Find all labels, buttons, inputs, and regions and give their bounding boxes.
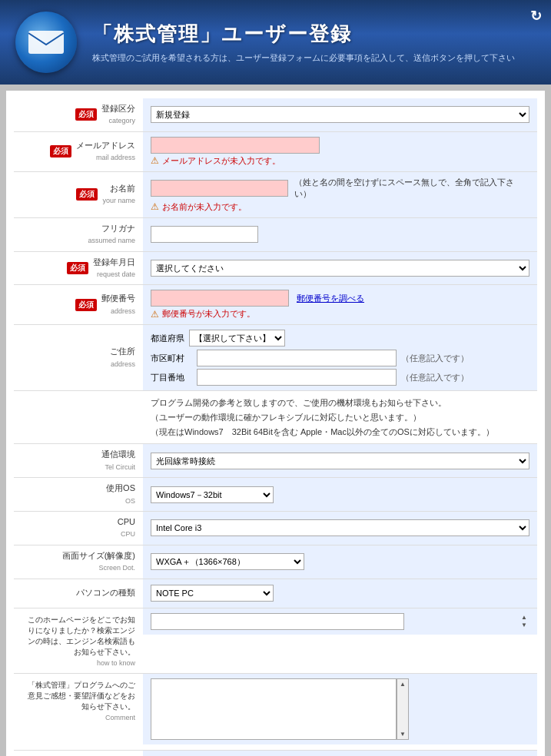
label-regdate: 必須 登録年月日request date: [14, 252, 143, 285]
warning-icon-name: ⚠: [151, 201, 159, 212]
select-regdate[interactable]: 選択してください: [151, 260, 529, 277]
row-regdate: 必須 登録年月日request date 選択してください: [14, 252, 537, 286]
page-subtitle: 株式管理のご試用を希望される方は、ユーザー登録フォームに必要事項を記入して、送信…: [92, 52, 515, 64]
page-title: 「株式管理」ユーザー登録: [92, 21, 515, 48]
pref-label: 都道府県: [151, 333, 184, 344]
label-confirm: 必須 送信確認sending confirm: [14, 751, 143, 756]
label-jp-comment: 「株式管理」プログラムへのご意見ご感想・要望評価などをお知らせ下さい。Comme…: [22, 680, 135, 723]
row-comment: 「株式管理」プログラムへのご意見ご感想・要望評価などをお知らせ下さい。Comme…: [14, 674, 537, 751]
select-pc-type[interactable]: NOTE PC デスクトップ: [151, 585, 274, 602]
label-jp-pc-type: パソコンの種類: [76, 587, 135, 598]
select-os[interactable]: Windows7－32bit Windows10 Windows11: [151, 486, 274, 503]
content-regdate: 選択してください: [143, 252, 537, 285]
row-how-found: このホームページをどこでお知りになりましたか？検索エンジンの時は、エンジン名検索…: [14, 608, 537, 674]
chome-input[interactable]: [197, 369, 397, 386]
content-postal: 郵便番号を調べる ⚠ 郵便番号が未入力です。: [143, 285, 537, 324]
name-error: ⚠ お名前が未入力です。: [151, 201, 529, 213]
content-confirm: 上記送信内容を確認したらチェックを入れてください ⚠ 送信確認がチェックされてい…: [143, 751, 537, 756]
label-cpu: CPUCPU: [14, 512, 143, 545]
label-jp-how-found: このホームページをどこでお知りになりましたか？検索エンジンの時は、エンジン名検索…: [22, 615, 135, 668]
select-category[interactable]: 新規登録 更新: [151, 106, 529, 123]
scrollbar: ▲ ▼: [397, 678, 409, 740]
chome-optional: （任意記入です）: [401, 372, 469, 383]
row-email: 必須 メールアドレスmail address ⚠ メールアドレスが未入力です。: [14, 132, 537, 172]
chome-label: 丁目番地: [151, 372, 197, 383]
scroll-down[interactable]: ▼: [397, 729, 408, 739]
label-jp-os: 使用OSOS: [106, 482, 135, 506]
refresh-button[interactable]: ↻: [530, 8, 542, 25]
content-how-found: ▲ ▼: [143, 608, 537, 635]
name-error-text: お名前が未入力です。: [162, 201, 247, 213]
label-jp-name: お名前your name: [102, 183, 135, 207]
label-pc-type: パソコンの種類: [14, 579, 143, 608]
label-jp-address: ご住所address: [110, 346, 135, 370]
required-badge-regdate: 必須: [67, 262, 88, 274]
select-connection[interactable]: 光回線常時接続 ADSL その他: [151, 453, 529, 469]
row-postal: 必須 郵便番号address 郵便番号を調べる ⚠ 郵便番号が未入力です。: [14, 285, 537, 325]
app-logo: [15, 12, 77, 73]
select-cpu[interactable]: Intel Core i3 Intel Core i5 Intel Core i…: [151, 519, 529, 536]
page-wrapper: 「株式管理」ユーザー登録 株式管理のご試用を希望される方は、ユーザー登録フォーム…: [0, 0, 551, 756]
label-postal: 必須 郵便番号address: [14, 285, 143, 324]
postal-input[interactable]: [151, 290, 289, 307]
furigana-input[interactable]: [151, 226, 258, 243]
label-jp-screen: 画面サイズ(解像度)Screen Dot.: [62, 550, 135, 574]
email-error-text: メールアドレスが未入力です。: [162, 155, 280, 167]
name-note: （姓と名の間を空けずにスペース無しで、全角で記入下さい）: [294, 177, 529, 200]
row-cpu: CPUCPU Intel Core i3 Intel Core i5 Intel…: [14, 512, 537, 545]
row-confirm: 必須 送信確認sending confirm 上記送信内容を確認したらチェックを…: [14, 751, 537, 756]
row-screen: 画面サイズ(解像度)Screen Dot. WXGA＋（1366×768） FH…: [14, 545, 537, 579]
email-error: ⚠ メールアドレスが未入力です。: [151, 155, 529, 167]
label-jp-furigana: フリガナassumed name: [88, 223, 135, 247]
city-optional: （任意記入です）: [401, 353, 469, 364]
content-address: 都道府県 【選択して下さい】 市区町村 （任意記入です） 丁目番地 （任意記入で…: [143, 325, 537, 390]
svg-rect-0: [28, 31, 64, 54]
content-comment: ▲ ▼: [143, 674, 537, 744]
mail-icon: [27, 28, 65, 57]
label-jp-cpu: CPUCPU: [118, 516, 135, 540]
label-how-found: このホームページをどこでお知りになりましたか？検索エンジンの時は、エンジン名検索…: [14, 608, 143, 673]
comment-textarea[interactable]: [151, 678, 397, 740]
row-address: ご住所address 都道府県 【選択して下さい】 市区町村 （任意記入です） …: [14, 325, 537, 391]
content-os: Windows7－32bit Windows10 Windows11: [143, 478, 537, 511]
how-found-input[interactable]: [151, 613, 404, 630]
textarea-wrapper: ▲ ▼: [151, 678, 529, 740]
header-text: 「株式管理」ユーザー登録 株式管理のご試用を希望される方は、ユーザー登録フォーム…: [92, 21, 515, 64]
row-furigana: フリガナassumed name: [14, 218, 537, 252]
city-label: 市区町村: [151, 353, 197, 364]
content-connection: 光回線常時接続 ADSL その他: [143, 444, 537, 477]
content-furigana: [143, 218, 537, 251]
select-screen[interactable]: WXGA＋（1366×768） FHD（1920×1080）: [151, 553, 304, 570]
header: 「株式管理」ユーザー登録 株式管理のご試用を希望される方は、ユーザー登録フォーム…: [0, 0, 551, 85]
content-cpu: Intel Core i3 Intel Core i5 Intel Core i…: [143, 512, 537, 545]
required-badge-category: 必須: [75, 108, 97, 121]
label-email: 必須 メールアドレスmail address: [14, 132, 143, 171]
label-jp-connection: 通信環境Tel Circuit: [101, 449, 135, 472]
row-name: 必須 お名前your name （姓と名の間を空けずにスペース無しで、全角で記入…: [14, 172, 537, 218]
postal-error-text: 郵便番号が未入力です。: [162, 308, 255, 320]
row-category: 必須 登録区分category 新規登録 更新: [14, 98, 537, 132]
row-connection: 通信環境Tel Circuit 光回線常時接続 ADSL その他: [14, 444, 537, 478]
label-env-info: [14, 391, 143, 443]
spinbox-down[interactable]: ▼: [519, 622, 529, 629]
city-input[interactable]: [197, 350, 397, 366]
label-category: 必須 登録区分category: [14, 98, 143, 131]
label-comment: 「株式管理」プログラムへのご意見ご感想・要望評価などをお知らせ下さい。Comme…: [14, 674, 143, 728]
email-input[interactable]: [151, 137, 320, 154]
postal-lookup-link[interactable]: 郵便番号を調べる: [297, 293, 364, 304]
label-name: 必須 お名前your name: [14, 172, 143, 217]
label-jp-email: メールアドレスmail address: [76, 140, 135, 164]
pref-row: 都道府県 【選択して下さい】: [151, 330, 529, 346]
spinbox-arrows: ▲ ▼: [519, 614, 529, 629]
name-input[interactable]: [151, 180, 288, 197]
row-pc-type: パソコンの種類 NOTE PC デスクトップ: [14, 579, 537, 608]
label-os: 使用OSOS: [14, 478, 143, 511]
content-env-info: プログラム開発の参考と致しますので、ご使用の機材環境もお知らせ下さい。 （ユーザ…: [143, 391, 537, 443]
select-prefecture[interactable]: 【選択して下さい】: [189, 330, 285, 346]
spinbox-how-found: ▲ ▼: [151, 613, 529, 630]
required-badge-postal: 必須: [75, 299, 97, 311]
label-jp-regdate: 登録年月日request date: [93, 257, 135, 280]
env-info-text: プログラム開発の参考と致しますので、ご使用の機材環境もお知らせ下さい。 （ユーザ…: [151, 396, 529, 439]
spinbox-up[interactable]: ▲: [519, 614, 529, 622]
scroll-up[interactable]: ▲: [397, 679, 408, 689]
